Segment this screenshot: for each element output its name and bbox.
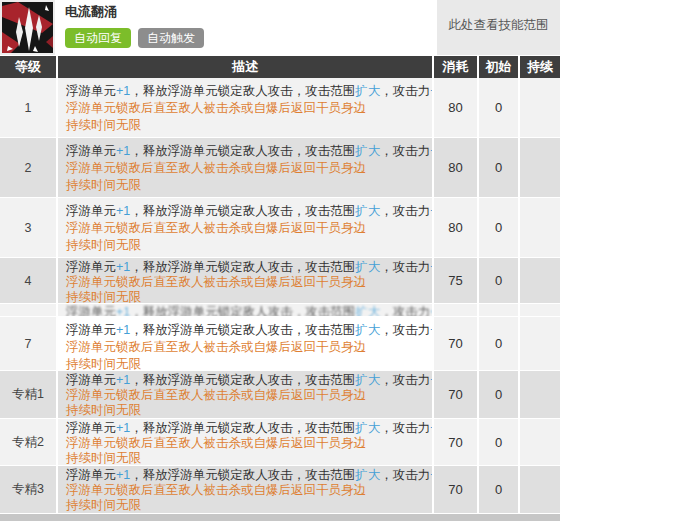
badge-auto-trigger: 自动触发 (138, 28, 204, 48)
duration-cell (520, 466, 560, 514)
desc-text-segment: 扩大 (355, 144, 380, 158)
desc-text-segment: +28% (430, 204, 432, 218)
desc-text-segment: +1 (116, 260, 130, 274)
desc-line: 持续时间无限 (66, 498, 424, 513)
desc-text-segment: ，释放浮游单元锁定敌人攻击，攻击范围 (130, 84, 355, 98)
desc-line: 持续时间无限 (66, 177, 424, 194)
desc-text-segment: 浮游单元 (66, 260, 116, 274)
desc-text-segment: ，释放浮游单元锁定敌人攻击，攻击范围 (130, 204, 355, 218)
description-cell: 浮游单元+1，释放浮游单元锁定敌人攻击，攻击范围扩大，攻击力+50%浮游单元锁敌… (58, 371, 432, 419)
desc-text-segment: ，释放浮游单元锁定敌人攻击，攻击范围 (130, 323, 355, 337)
level-cell: 专精2 (0, 419, 56, 466)
desc-line: 浮游单元+1，释放浮游单元锁定敌人攻击，攻击范围扩大，攻击力+28% (66, 203, 424, 220)
sp-cost-cell: 80 (434, 78, 477, 138)
desc-line: 浮游单元+1，释放浮游单元锁定敌人攻击，攻击范围扩大，攻击力+24% (66, 143, 424, 160)
description-cell: 浮游单元+1，释放浮游单元锁定敌人攻击，攻击范围扩大，攻击力+28%浮游单元锁敌… (58, 198, 432, 258)
desc-line: 持续时间无限 (66, 451, 424, 466)
description-cell: 浮游单元+1，释放浮游单元锁定敌人攻击，攻击范围扩大，攻击力+36%浮游单元锁敌… (58, 304, 432, 317)
desc-text-segment: +32% (430, 260, 432, 274)
column-header: 初始 (479, 56, 518, 78)
description-lines: 浮游单元+1，释放浮游单元锁定敌人攻击，攻击范围扩大，攻击力+60%浮游单元锁敌… (66, 468, 424, 513)
description-lines: 浮游单元+1，释放浮游单元锁定敌人攻击，攻击范围扩大，攻击力+32%浮游单元锁敌… (66, 260, 424, 304)
description-lines: 浮游单元+1，释放浮游单元锁定敌人攻击，攻击范围扩大，攻击力+28%浮游单元锁敌… (66, 203, 424, 254)
next-section-edge (0, 514, 560, 521)
desc-text-segment: ，攻击力 (380, 323, 430, 337)
desc-text-segment: ，攻击力 (380, 144, 430, 158)
desc-line: 浮游单元锁敌后直至敌人被击杀或自爆后返回干员身边 (66, 160, 424, 177)
skill-badges: 自动回复 自动触发 (65, 28, 437, 48)
description-lines: 浮游单元+1，释放浮游单元锁定敌人攻击，攻击范围扩大，攻击力+36%浮游单元锁敌… (66, 305, 424, 317)
duration-cell (520, 317, 560, 371)
sp-cost-cell: 70 (434, 466, 477, 514)
initial-sp-cell: 0 (479, 138, 518, 198)
desc-text-segment: ，释放浮游单元锁定敌人攻击，攻击范围 (130, 468, 355, 482)
level-cell: 3 (0, 198, 56, 258)
desc-text-segment: +1 (116, 373, 130, 387)
level-cell: 4 (0, 258, 56, 304)
sp-cost-cell: 70 (434, 371, 477, 419)
table-body: 1 浮游单元+1，释放浮游单元锁定敌人攻击，攻击范围扩大，攻击力+20%浮游单元… (0, 78, 560, 514)
desc-text-segment: 扩大 (355, 84, 380, 98)
desc-text-segment: 浮游单元 (66, 204, 116, 218)
initial-sp-cell: 0 (479, 466, 518, 514)
skill-range-link[interactable]: 此处查看技能范围 (437, 0, 560, 55)
desc-text-segment: ，攻击力 (380, 260, 430, 274)
desc-text-segment: +1 (116, 305, 130, 317)
table-row: 1 浮游单元+1，释放浮游单元锁定敌人攻击，攻击范围扩大，攻击力+20%浮游单元… (0, 78, 560, 138)
skill-name: 电流翻涌 (65, 4, 437, 20)
skill-panel: 电流翻涌 自动回复 自动触发 此处查看技能范围 等级描述消耗初始持续 1 浮游单… (0, 0, 560, 521)
desc-line: 浮游单元锁敌后直至敌人被击杀或自爆后返回干员身边 (66, 100, 424, 117)
desc-line: 持续时间无限 (66, 403, 424, 418)
skill-icon-art (2, 2, 53, 53)
initial-sp-cell: 0 (479, 258, 518, 304)
skill-title-area: 电流翻涌 自动回复 自动触发 (55, 0, 437, 55)
desc-line: 浮游单元锁敌后直至敌人被击杀或自爆后返回干员身边 (66, 339, 424, 356)
desc-line: 持续时间无限 (66, 356, 424, 371)
desc-line: 浮游单元锁敌后直至敌人被击杀或自爆后返回干员身边 (66, 436, 424, 451)
desc-text-segment: 扩大 (355, 323, 380, 337)
description-cell: 浮游单元+1，释放浮游单元锁定敌人攻击，攻击范围扩大，攻击力+60%浮游单元锁敌… (58, 466, 432, 514)
table-row: 2 浮游单元+1，释放浮游单元锁定敌人攻击，攻击范围扩大，攻击力+24%浮游单元… (0, 138, 560, 198)
description-cell: 浮游单元+1，释放浮游单元锁定敌人攻击，攻击范围扩大，攻击力+24%浮游单元锁敌… (58, 138, 432, 198)
desc-text-segment: +1 (116, 468, 130, 482)
desc-text-segment: ，释放浮游单元锁定敌人攻击，攻击范围 (130, 305, 355, 317)
description-lines: 浮游单元+1，释放浮游单元锁定敌人攻击，攻击范围扩大，攻击力+24%浮游单元锁敌… (66, 143, 424, 194)
desc-text-segment: +45% (430, 323, 432, 337)
description-lines: 浮游单元+1，释放浮游单元锁定敌人攻击，攻击范围扩大，攻击力+50%浮游单元锁敌… (66, 373, 424, 418)
duration-cell (520, 198, 560, 258)
desc-text-segment: +1 (116, 421, 130, 435)
column-header: 描述 (58, 56, 432, 78)
description-cell: 浮游单元+1，释放浮游单元锁定敌人攻击，攻击范围扩大，攻击力+45%浮游单元锁敌… (58, 317, 432, 371)
sp-cost-cell (434, 304, 477, 317)
desc-line: 持续时间无限 (66, 290, 424, 304)
desc-text-segment: +1 (116, 323, 130, 337)
desc-text-segment: ，释放浮游单元锁定敌人攻击，攻击范围 (130, 421, 355, 435)
desc-text-segment: 浮游单元 (66, 323, 116, 337)
initial-sp-cell: 0 (479, 198, 518, 258)
desc-text-segment: 扩大 (355, 260, 380, 274)
skill-header: 电流翻涌 自动回复 自动触发 此处查看技能范围 (0, 0, 560, 55)
level-cell (0, 304, 56, 317)
desc-text-segment: +60% (430, 468, 432, 482)
initial-sp-cell: 0 (479, 78, 518, 138)
level-cell: 2 (0, 138, 56, 198)
desc-text-segment: ，释放浮游单元锁定敌人攻击，攻击范围 (130, 260, 355, 274)
desc-text-segment: 浮游单元 (66, 373, 116, 387)
desc-text-segment: 扩大 (355, 468, 380, 482)
sp-cost-cell: 70 (434, 419, 477, 466)
desc-text-segment: +1 (116, 84, 130, 98)
description-lines: 浮游单元+1，释放浮游单元锁定敌人攻击，攻击范围扩大，攻击力+55%浮游单元锁敌… (66, 421, 424, 466)
desc-line: 浮游单元+1，释放浮游单元锁定敌人攻击，攻击范围扩大，攻击力+32% (66, 260, 424, 275)
desc-line: 浮游单元+1，释放浮游单元锁定敌人攻击，攻击范围扩大，攻击力+55% (66, 421, 424, 436)
column-header: 消耗 (434, 56, 477, 78)
desc-text-segment: 扩大 (355, 421, 380, 435)
description-lines: 浮游单元+1，释放浮游单元锁定敌人攻击，攻击范围扩大，攻击力+45%浮游单元锁敌… (66, 322, 424, 371)
desc-text-segment: ，攻击力 (380, 84, 430, 98)
badge-sp-auto-recovery: 自动回复 (65, 28, 131, 48)
desc-line: 浮游单元锁敌后直至敌人被击杀或自爆后返回干员身边 (66, 220, 424, 237)
table-header-row: 等级描述消耗初始持续 (0, 56, 560, 78)
desc-line: 浮游单元锁敌后直至敌人被击杀或自爆后返回干员身边 (66, 483, 424, 498)
initial-sp-cell: 0 (479, 371, 518, 419)
desc-text-segment: ，释放浮游单元锁定敌人攻击，攻击范围 (130, 373, 355, 387)
duration-cell (520, 78, 560, 138)
